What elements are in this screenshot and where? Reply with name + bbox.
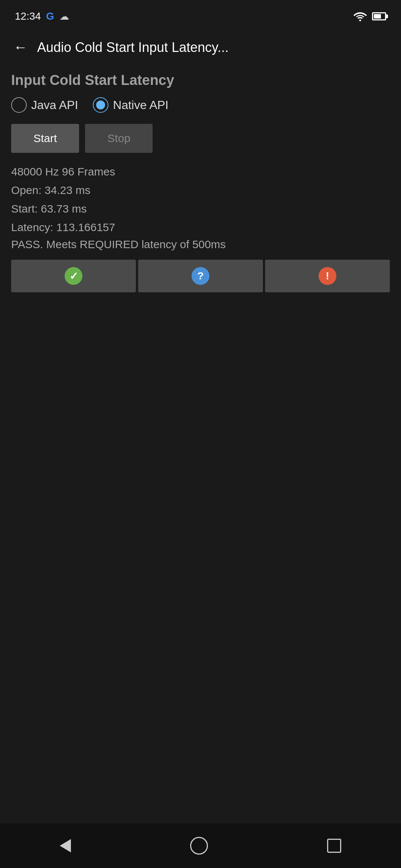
- pass-info: PASS. Meets REQUIRED latency of 500ms: [11, 238, 390, 251]
- control-button-group: Start Stop: [11, 124, 390, 153]
- nav-home-button[interactable]: [183, 829, 215, 862]
- status-bar-right: [353, 11, 386, 21]
- status-buttons-row: ✓ ? !: [11, 260, 390, 292]
- stop-button[interactable]: Stop: [85, 124, 153, 153]
- status-bar: 12:34 G ☁: [0, 0, 401, 30]
- nav-recent-icon: [327, 839, 341, 853]
- section-title: Input Cold Start Latency: [11, 72, 390, 88]
- native-api-radio[interactable]: Native API: [93, 97, 168, 113]
- java-api-radio[interactable]: Java API: [11, 97, 78, 113]
- latency-info: Latency: 113.166157: [11, 220, 390, 235]
- check-icon: ✓: [65, 267, 82, 285]
- time-display: 12:34: [15, 10, 41, 22]
- open-info: Open: 34.23 ms: [11, 183, 390, 198]
- svg-point-0: [359, 20, 361, 22]
- bottom-navigation: [0, 823, 401, 868]
- nav-recent-button[interactable]: [320, 831, 349, 860]
- native-api-label: Native API: [113, 98, 168, 112]
- nav-back-button[interactable]: [52, 832, 78, 860]
- wifi-icon: [353, 11, 367, 21]
- google-icon: G: [46, 10, 54, 22]
- nav-home-icon: [190, 837, 208, 855]
- start-info: Start: 63.73 ms: [11, 201, 390, 217]
- battery-icon: [372, 12, 386, 20]
- exclaim-status-button[interactable]: !: [265, 260, 390, 292]
- hz-frames-info: 48000 Hz 96 Frames: [11, 164, 390, 180]
- native-api-radio-inner: [96, 101, 105, 109]
- toolbar-title: Audio Cold Start Input Latency...: [37, 40, 229, 55]
- start-button[interactable]: Start: [11, 124, 79, 153]
- main-content: Input Cold Start Latency Java API Native…: [0, 65, 401, 868]
- exclaim-icon: !: [319, 267, 336, 285]
- check-status-button[interactable]: ✓: [11, 260, 136, 292]
- status-bar-left: 12:34 G ☁: [15, 10, 69, 22]
- question-status-button[interactable]: ?: [138, 260, 263, 292]
- native-api-radio-outer: [93, 97, 108, 113]
- api-radio-group: Java API Native API: [11, 97, 390, 113]
- java-api-label: Java API: [31, 98, 78, 112]
- cloud-icon: ☁: [59, 11, 69, 22]
- java-api-radio-outer: [11, 97, 27, 113]
- nav-back-icon: [60, 839, 71, 852]
- back-button[interactable]: ←: [11, 37, 30, 57]
- toolbar: ← Audio Cold Start Input Latency...: [0, 30, 401, 65]
- question-icon: ?: [192, 267, 209, 285]
